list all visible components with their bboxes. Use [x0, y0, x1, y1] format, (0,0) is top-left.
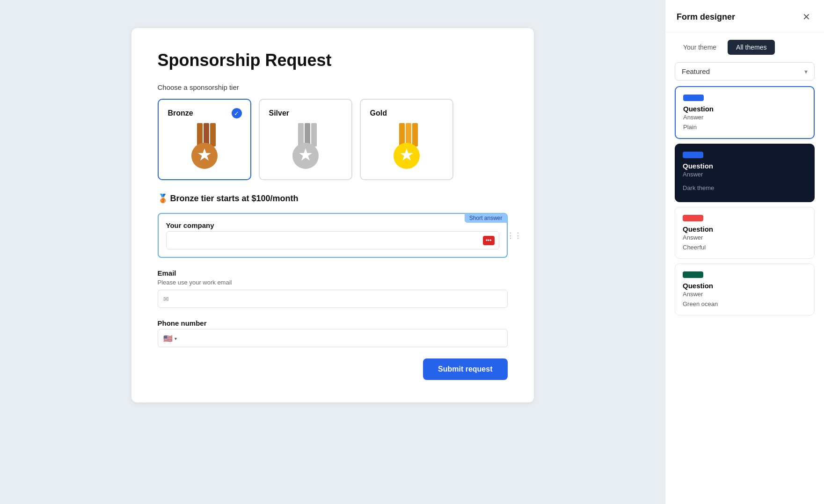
- phone-flag[interactable]: 🇺🇸 ▾: [163, 334, 177, 343]
- company-input[interactable]: [166, 231, 499, 249]
- field-email: Email Please use your work email ✉: [158, 269, 508, 308]
- field-phone-label: Phone number: [158, 319, 508, 327]
- theme-green-ocean-color: [683, 271, 703, 278]
- sponsorship-section-label: Choose a sponsorship tier: [158, 83, 508, 91]
- theme-plain-color: [683, 95, 704, 101]
- theme-list: Question Answer Plain Question Answer Da…: [665, 86, 824, 320]
- svg-rect-12: [412, 123, 418, 146]
- theme-dark[interactable]: Question Answer Dark theme: [675, 144, 815, 202]
- field-phone: Phone number 🇺🇸 ▾: [158, 319, 508, 347]
- tier-gold-label: Gold: [370, 109, 443, 117]
- sidebar-title: Form designer: [677, 12, 735, 22]
- svg-rect-10: [399, 123, 405, 146]
- theme-green-ocean[interactable]: Question Answer Green ocean: [675, 263, 815, 315]
- close-icon[interactable]: ✕: [800, 10, 813, 23]
- featured-dropdown[interactable]: Featured ▾: [675, 62, 815, 80]
- theme-cheerful-color: [683, 215, 703, 221]
- svg-rect-2: [210, 123, 216, 146]
- submit-row: Submit request: [158, 358, 508, 380]
- theme-plain-answer: Answer: [683, 114, 806, 121]
- tier-silver-label: Silver: [269, 109, 342, 117]
- tiers-grid: Bronze ✓ Silver: [158, 99, 508, 180]
- sidebar-header: Form designer ✕: [665, 0, 824, 32]
- sidebar-tabs-row: Your theme All themes: [665, 32, 824, 62]
- main-area: Sponsorship Request Choose a sponsorship…: [0, 0, 665, 504]
- field-company: Short answer Your company ••• ⋮⋮: [158, 213, 508, 258]
- tier-gold-medal: [370, 123, 443, 170]
- theme-green-ocean-answer: Answer: [683, 291, 807, 298]
- theme-cheerful-question: Question: [683, 225, 807, 233]
- chevron-down-icon: ▾: [804, 68, 808, 75]
- theme-cheerful[interactable]: Question Answer Cheerful: [675, 207, 815, 259]
- short-answer-badge: Short answer: [465, 213, 507, 223]
- theme-green-ocean-question: Question: [683, 282, 807, 290]
- options-icon[interactable]: •••: [483, 236, 495, 245]
- tier-bronze-medal: [168, 123, 241, 170]
- form-title: Sponsorship Request: [158, 51, 508, 70]
- tier-info: 🥉 Bronze tier starts at $100/month: [158, 193, 508, 204]
- phone-input[interactable]: [158, 329, 508, 347]
- tier-silver[interactable]: Silver: [259, 99, 352, 180]
- theme-cheerful-name: Cheerful: [683, 241, 807, 251]
- tier-bronze-check: ✓: [232, 108, 242, 118]
- tab-all-themes[interactable]: All themes: [728, 40, 775, 55]
- tier-gold[interactable]: Gold: [360, 99, 453, 180]
- theme-dark-answer: Answer: [683, 171, 807, 178]
- theme-cheerful-answer: Answer: [683, 234, 807, 241]
- submit-button[interactable]: Submit request: [423, 358, 507, 380]
- theme-plain[interactable]: Question Answer Plain: [675, 86, 815, 139]
- tier-bronze-label: Bronze: [168, 109, 241, 117]
- theme-plain-question: Question: [683, 105, 806, 113]
- tab-your-theme[interactable]: Your theme: [675, 40, 725, 55]
- theme-dark-question: Question: [683, 162, 807, 170]
- svg-rect-7: [311, 123, 317, 146]
- phone-wrapper: 🇺🇸 ▾: [158, 329, 508, 347]
- svg-rect-0: [197, 123, 203, 146]
- drag-handle[interactable]: ⋮⋮: [507, 231, 522, 240]
- company-input-wrapper: •••: [166, 231, 499, 249]
- email-input[interactable]: [158, 290, 508, 308]
- theme-dark-name: Dark theme: [683, 182, 807, 194]
- tier-bronze[interactable]: Bronze ✓: [158, 99, 251, 180]
- email-wrapper: ✉: [158, 290, 508, 308]
- sidebar: Form designer ✕ Your theme All themes Fe…: [665, 0, 824, 504]
- theme-green-ocean-name: Green ocean: [683, 298, 807, 307]
- featured-dropdown-value: Featured: [682, 67, 710, 75]
- svg-rect-5: [298, 123, 304, 146]
- field-email-label: Email: [158, 269, 508, 277]
- tier-silver-medal: [269, 123, 342, 170]
- field-email-sublabel: Please use your work email: [158, 279, 508, 286]
- form-card: Sponsorship Request Choose a sponsorship…: [131, 28, 534, 402]
- theme-plain-name: Plain: [683, 121, 806, 131]
- theme-dark-color: [683, 152, 703, 158]
- field-company-label: Your company: [166, 221, 499, 229]
- email-icon: ✉: [163, 295, 169, 303]
